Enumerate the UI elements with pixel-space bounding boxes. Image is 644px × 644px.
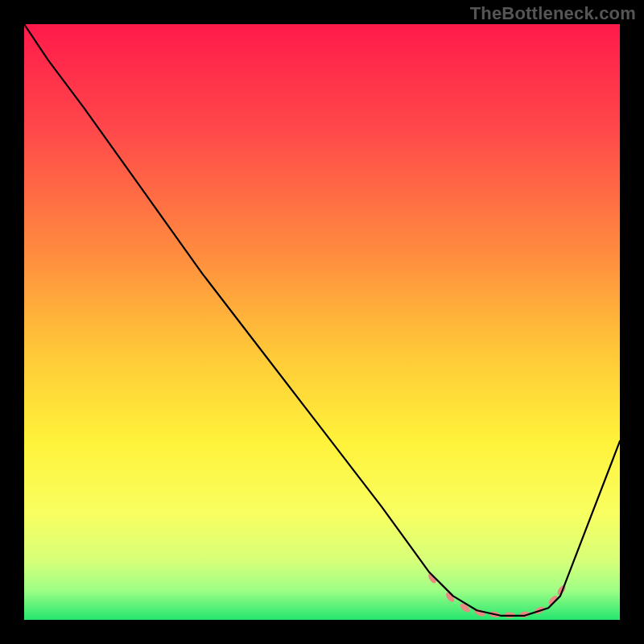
attribution-watermark: TheBottleneck.com	[470, 3, 636, 24]
chart-svg	[24, 24, 620, 620]
plot-area	[24, 24, 620, 620]
chart-frame: TheBottleneck.com	[0, 0, 644, 644]
gradient-background	[24, 24, 620, 620]
